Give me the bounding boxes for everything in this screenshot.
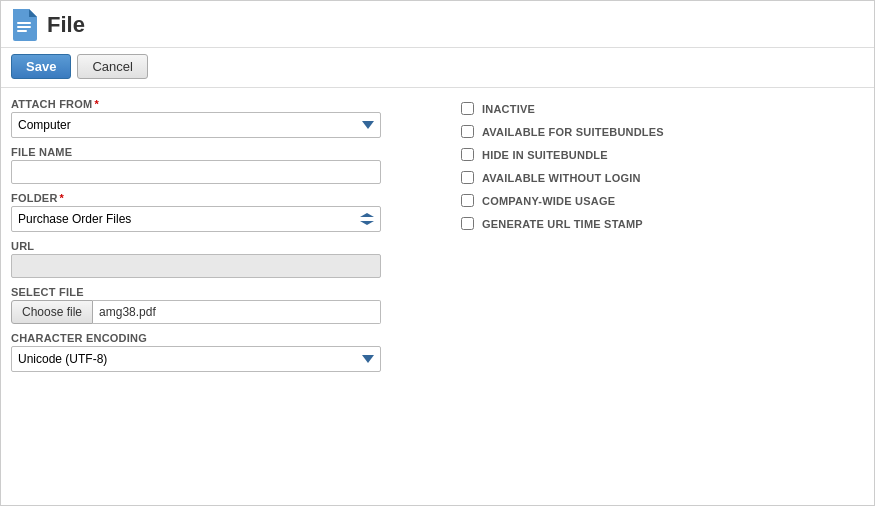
file-name-display: amg38.pdf	[93, 300, 381, 324]
folder-select[interactable]: Purchase Order Files Documents Images	[11, 206, 381, 232]
character-encoding-select[interactable]: Unicode (UTF-8) ISO-8859-1 UTF-16	[11, 346, 381, 372]
url-input	[11, 254, 381, 278]
folder-label: FOLDER*	[11, 192, 381, 204]
svg-rect-2	[17, 30, 27, 32]
checkbox-row-hide_in_suitebundle: HIDE IN SUITEBUNDLE	[461, 148, 864, 161]
file-name-label: FILE NAME	[11, 146, 381, 158]
select-file-label: SELECT FILE	[11, 286, 381, 298]
svg-rect-1	[17, 26, 31, 28]
checkbox-row-available_without_login: AVAILABLE WITHOUT LOGIN	[461, 171, 864, 184]
form-area: ATTACH FROM* Computer URL File Cabinet F…	[1, 88, 874, 382]
header-bar: File	[1, 1, 874, 48]
cancel-button[interactable]: Cancel	[77, 54, 147, 79]
page-container: File Save Cancel ATTACH FROM* Computer U…	[0, 0, 875, 506]
attach-from-label: ATTACH FROM*	[11, 98, 381, 110]
checkbox-inactive[interactable]	[461, 102, 474, 115]
checkbox-available_for_suitebundles[interactable]	[461, 125, 474, 138]
checkbox-label-hide_in_suitebundle: HIDE IN SUITEBUNDLE	[482, 149, 608, 161]
checkbox-available_without_login[interactable]	[461, 171, 474, 184]
character-encoding-group: CHARACTER ENCODING Unicode (UTF-8) ISO-8…	[11, 332, 381, 372]
attach-from-select[interactable]: Computer URL File Cabinet	[11, 112, 381, 138]
toolbar: Save Cancel	[1, 48, 874, 88]
checkbox-generate_url_time_stamp[interactable]	[461, 217, 474, 230]
attach-from-group: ATTACH FROM* Computer URL File Cabinet	[11, 98, 381, 138]
svg-rect-0	[17, 22, 31, 24]
page-title: File	[47, 12, 85, 38]
checkbox-row-inactive: INACTIVE	[461, 102, 864, 115]
left-column: ATTACH FROM* Computer URL File Cabinet F…	[11, 98, 381, 372]
file-name-input[interactable]	[11, 160, 381, 184]
folder-group: FOLDER* Purchase Order Files Documents I…	[11, 192, 381, 232]
right-column: INACTIVEAVAILABLE FOR SUITEBUNDLESHIDE I…	[401, 98, 864, 372]
select-file-group: SELECT FILE Choose file amg38.pdf	[11, 286, 381, 324]
checkbox-label-available_for_suitebundles: AVAILABLE FOR SUITEBUNDLES	[482, 126, 664, 138]
checkbox-row-generate_url_time_stamp: GENERATE URL TIME STAMP	[461, 217, 864, 230]
checkbox-row-company_wide_usage: COMPANY-WIDE USAGE	[461, 194, 864, 207]
checkbox-row-available_for_suitebundles: AVAILABLE FOR SUITEBUNDLES	[461, 125, 864, 138]
choose-file-button[interactable]: Choose file	[11, 300, 93, 324]
file-icon	[11, 9, 39, 41]
checkbox-label-available_without_login: AVAILABLE WITHOUT LOGIN	[482, 172, 641, 184]
file-input-row: Choose file amg38.pdf	[11, 300, 381, 324]
checkbox-company_wide_usage[interactable]	[461, 194, 474, 207]
url-label: URL	[11, 240, 381, 252]
character-encoding-label: CHARACTER ENCODING	[11, 332, 381, 344]
save-button[interactable]: Save	[11, 54, 71, 79]
file-name-group: FILE NAME	[11, 146, 381, 184]
checkbox-label-inactive: INACTIVE	[482, 103, 535, 115]
checkbox-label-company_wide_usage: COMPANY-WIDE USAGE	[482, 195, 615, 207]
checkbox-hide_in_suitebundle[interactable]	[461, 148, 474, 161]
checkbox-label-generate_url_time_stamp: GENERATE URL TIME STAMP	[482, 218, 643, 230]
url-group: URL	[11, 240, 381, 278]
